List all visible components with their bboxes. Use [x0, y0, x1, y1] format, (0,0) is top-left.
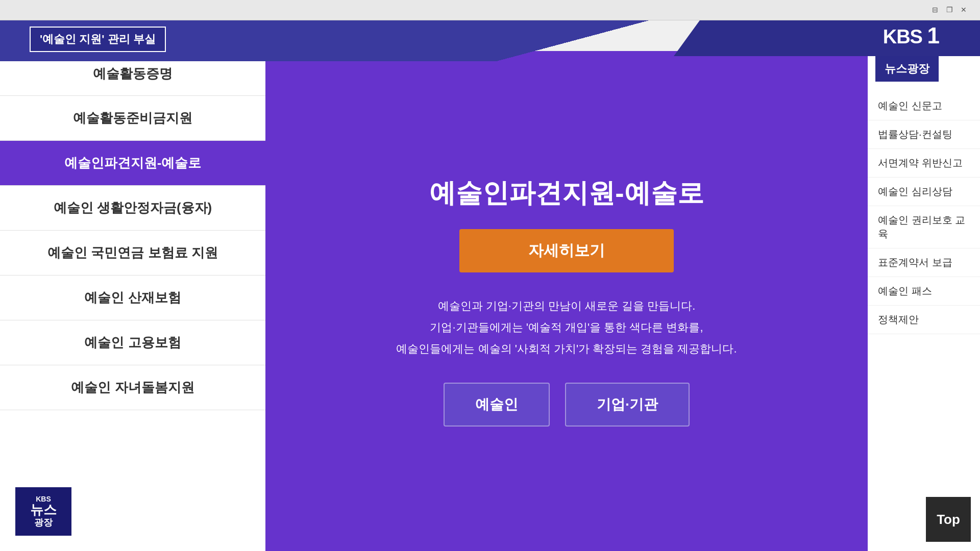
center-panel: 예술인파견지원-예술로 자세히보기 예술인과 기업·기관의 만남이 새로운 길을…	[265, 51, 868, 551]
desc-line-3: 예술인들에게는 예술의 '사회적 가치'가 확장되는 경험을 제공합니다.	[396, 342, 737, 355]
main-content: 예술활동증명 예술활동준비금지원 예술인파견지원-예술로 예술인 생활안정자금(…	[0, 51, 980, 551]
news-badge: '예술인 지원' 관리 부실	[30, 27, 166, 52]
desc-line-2: 기업·기관들에게는 '예술적 개입'을 통한 색다른 변화를,	[430, 321, 703, 334]
kbs-bottom-kwangjang: 광장	[34, 516, 53, 529]
kbs-logo: KBS 1	[883, 23, 939, 48]
close-icon[interactable]: ✕	[961, 6, 970, 15]
sidebar-item-5[interactable]: 표준계약서 보급	[868, 248, 980, 277]
browser-bar: ⊟ ❐ ✕	[0, 0, 980, 20]
menu-item-art-dispatch[interactable]: 예술인파견지원-예술로	[0, 141, 265, 186]
menu-item-art-industrial[interactable]: 예술인 산재보험	[0, 276, 265, 320]
menu-item-art-activity-fund[interactable]: 예술활동준비금지원	[0, 96, 265, 141]
panel-title: 예술인파견지원-예술로	[429, 176, 703, 211]
panel-description: 예술인과 기업·기관의 만남이 새로운 길을 만듭니다. 기업·기관들에게는 '…	[396, 295, 737, 359]
bottom-buttons: 예술인 기업·기관	[444, 383, 690, 427]
sidebar-item-3[interactable]: 예술인 심리상담	[868, 178, 980, 206]
maximize-icon[interactable]: ❐	[946, 6, 955, 15]
artist-button[interactable]: 예술인	[444, 383, 550, 427]
sidebar-item-0[interactable]: 예술인 신문고	[868, 92, 980, 120]
kbs-bottom-news: 뉴스	[30, 503, 57, 516]
sidebar-item-2[interactable]: 서면계약 위반신고	[868, 149, 980, 178]
menu-item-art-childcare[interactable]: 예술인 자녀돌봄지원	[0, 365, 265, 410]
detail-button[interactable]: 자세히보기	[459, 229, 674, 272]
menu-item-art-employment[interactable]: 예술인 고용보험	[0, 320, 265, 365]
left-menu: 예술활동증명 예술활동준비금지원 예술인파견지원-예술로 예술인 생활안정자금(…	[0, 51, 265, 551]
browser-controls[interactable]: ⊟ ❐ ✕	[932, 6, 970, 15]
company-button[interactable]: 기업·기관	[565, 383, 690, 427]
menu-item-art-pension[interactable]: 예술인 국민연금 보험료 지원	[0, 231, 265, 276]
menu-item-art-living[interactable]: 예술인 생활안정자금(융자)	[0, 186, 265, 231]
right-sidebar: 뉴스광장 예술인 신문고 법률상담·컨설팅 서면계약 위반신고 예술인 심리상담…	[868, 51, 980, 551]
desc-line-1: 예술인과 기업·기관의 만남이 새로운 길을 만듭니다.	[438, 299, 696, 312]
sidebar-item-1[interactable]: 법률상담·컨설팅	[868, 120, 980, 149]
sidebar-item-6[interactable]: 예술인 패스	[868, 277, 980, 306]
kbs-logo-bottom: KBS 뉴스 광장	[15, 487, 71, 536]
kbs-logo-text: KBS 1	[883, 26, 939, 47]
minimize-icon[interactable]: ⊟	[932, 6, 941, 15]
sidebar-item-4[interactable]: 예술인 권리보호 교육	[868, 206, 980, 248]
top-button[interactable]: Top	[926, 497, 971, 542]
sidebar-item-7[interactable]: 정책제안	[868, 306, 980, 334]
